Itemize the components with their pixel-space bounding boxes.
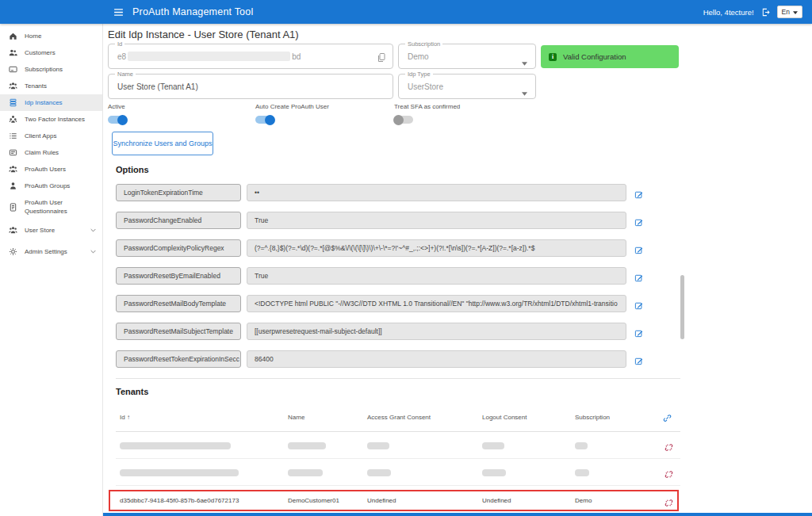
sidebar-item-label: Admin Settings [25,247,83,256]
sidebar-item-user-store[interactable]: User Store [0,220,102,241]
sidebar-item-idp-instances[interactable]: Idp Instances [0,94,102,111]
link-tenant-icon[interactable] [663,411,672,426]
id-field-value: e8bd [117,44,301,68]
option-row: PasswordComplexityPolicyRegex (?=^.{8,}$… [116,239,680,257]
edit-icon[interactable] [634,243,643,258]
main-content: Edit Idp Instance - User Store (Tenant A… [103,24,812,516]
edit-icon[interactable] [634,188,643,202]
tenants-heading: Tenants [116,387,148,396]
redacted-cell [575,442,588,449]
sidebar-item-proauth-user-questionnaires[interactable]: ProAuth User Questionnaires [0,194,102,220]
language-select[interactable]: En [777,6,802,18]
sidebar-item-label: Home [25,32,96,40]
sidebar-item-home[interactable]: Home [0,28,102,44]
subscription-value: Demo [408,44,429,68]
tenant-id-cell: d35dbbc7-9418-45f0-857b-6ae0d7672173 [120,491,239,510]
tenant-subscription-cell: Demo [575,491,592,510]
sidebar-item-client-apps[interactable]: Client Apps [0,128,102,144]
auto-create-toggle-label: Auto Create ProAuth User [255,103,329,110]
unlink-tenant-icon[interactable] [665,468,673,482]
sidebar-item-two-factor-instances[interactable]: Two Factor Instances [0,111,102,128]
sort-ascending-icon: ↑ [127,414,130,421]
idp-type-select[interactable]: Idp Type UserStore [398,74,536,99]
tenant-logout-consent-cell: Undefined [482,491,511,510]
option-value: True [247,212,626,229]
name-field[interactable]: Name User Store (Tenant A1) [108,74,393,99]
id-field[interactable]: Id e8bd [108,44,393,69]
name-field-value: User Store (Tenant A1) [117,75,198,98]
menu-hamburger-icon[interactable] [113,9,124,16]
idp-type-value: UserStore [408,75,443,98]
home-icon [9,32,17,40]
caret-down-icon [522,85,527,99]
treat-sfa-toggle[interactable] [394,116,413,124]
sidebar-item-claim-rules[interactable]: Claim Rules [0,144,102,161]
column-header-subscription[interactable]: Subscription [575,414,610,421]
tenant-name-cell: DemoCustomer01 [288,491,339,510]
option-value: [[userpwresetrequest-mail-subject-defaul… [247,323,626,340]
redacted-cell [482,469,506,476]
edit-icon[interactable] [634,216,643,230]
option-row: PasswordResetByEmailEnabled True [116,267,680,285]
option-row: PasswordResetTokenExpirationInSecc 86400 [116,350,680,368]
sidebar-item-admin-settings[interactable]: Admin Settings [0,241,102,262]
sidebar-item-proauth-users[interactable]: ProAuth Users [0,161,102,178]
table-row-highlighted[interactable]: d35dbbc7-9418-45f0-857b-6ae0d7672173 Dem… [109,490,679,511]
gear-icon [9,247,17,256]
unlink-tenant-icon[interactable] [665,441,673,455]
server-icon [9,98,17,107]
column-header-name[interactable]: Name [288,414,304,421]
top-app-bar: ProAuth Management Tool Hello, 4tecture!… [0,0,812,24]
redacted-cell [288,442,326,449]
auto-create-toggle-group: Auto Create ProAuth User [255,103,329,124]
toggle-knob [393,115,404,125]
card-icon [9,65,17,74]
column-header-access-grant-consent[interactable]: Access Grant Consent [367,414,431,421]
edit-icon[interactable] [634,327,643,341]
option-row: PasswordResetMailBodyTemplate <!DOCTYPE … [116,295,680,312]
synchronize-users-groups-button[interactable]: Synchronize Users and Groups [112,132,213,155]
active-toggle[interactable] [108,116,127,124]
option-key: PasswordResetByEmailEnabled [116,267,241,285]
redacted-cell [120,442,231,449]
people-group-icon [9,115,17,124]
chevron-down-icon [90,248,96,255]
redacted-cell [367,469,391,476]
user-greeting: Hello, 4tecture! [703,8,754,17]
sidebar-item-label: Customers [25,48,96,57]
sidebar-item-customers[interactable]: Customers [0,44,102,61]
redacted-text-block [128,52,290,61]
card-icon [9,148,17,157]
column-header-id[interactable]: Id ↑ [120,414,130,421]
redacted-cell [367,442,389,449]
edit-icon[interactable] [634,271,643,285]
logout-icon[interactable] [761,8,770,17]
table-row[interactable] [116,432,680,459]
column-header-logout-consent[interactable]: Logout Consent [482,414,527,421]
auto-create-toggle[interactable] [255,116,274,124]
person-icon [9,182,17,190]
redacted-cell [575,469,589,476]
edit-icon[interactable] [634,299,643,313]
table-row[interactable] [116,459,680,486]
status-badge-text: Valid Configuration [563,52,626,61]
sidebar-item-label: Client Apps [25,132,96,140]
document-icon [9,203,17,212]
active-toggle-label: Active [108,103,127,110]
subscription-select[interactable]: Subscription Demo [398,44,536,69]
language-value: En [782,8,790,16]
people-group-icon [9,226,17,235]
sidebar-item-tenants[interactable]: Tenants [0,78,102,94]
sidebar-item-proauth-groups[interactable]: ProAuth Groups [0,178,102,194]
copy-icon[interactable] [377,52,386,66]
option-key: PasswordResetMailSubjectTemplate [116,323,241,340]
unlink-tenant-icon[interactable] [665,496,673,510]
tenant-access-grant-cell: Undefined [367,491,396,510]
vertical-scrollbar-thumb[interactable] [680,275,684,339]
sidebar-item-subscriptions[interactable]: Subscriptions [0,61,102,78]
toggle-knob [117,115,128,125]
option-row: PasswordResetMailSubjectTemplate [[userp… [116,323,680,340]
edit-icon[interactable] [634,354,643,369]
sidebar-nav: Home Customers Subscriptions Tenants Idp… [0,24,103,516]
caret-down-icon [522,55,527,69]
